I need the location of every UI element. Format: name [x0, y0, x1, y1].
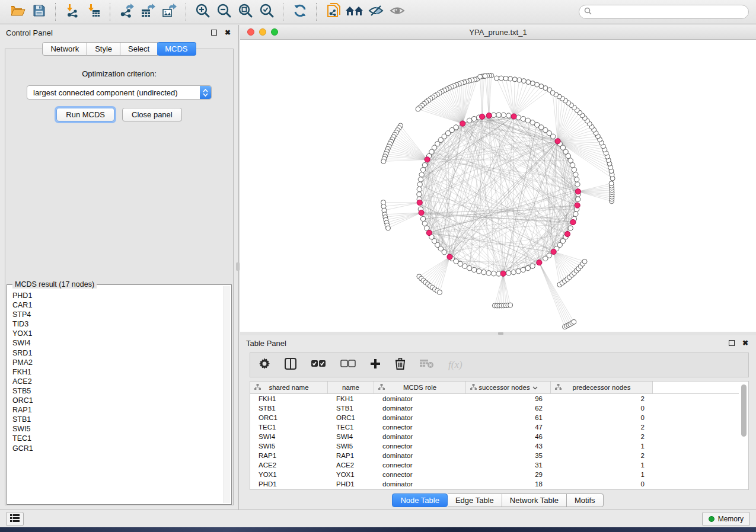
zoom-in-button[interactable]: [192, 2, 213, 21]
zoom-window-button[interactable]: [271, 28, 278, 36]
search-input[interactable]: [595, 7, 744, 17]
cell-shared-name: YOX1: [250, 471, 328, 478]
table-row[interactable]: RAP1RAP1dominator352: [250, 451, 748, 460]
tab-style[interactable]: Style: [87, 42, 120, 56]
column-type-icon: [470, 384, 477, 392]
mcds-result-list[interactable]: PHD1CAR1STP4TID3YOX1SWI4SRD1PMA2FKH1ACE2…: [7, 290, 224, 503]
mcds-result-item: CAR1: [12, 300, 224, 310]
table-row[interactable]: YOX1YOX1connector291: [250, 470, 748, 479]
table-row[interactable]: ACE2ACE2connector311: [250, 460, 748, 470]
optimization-select[interactable]: largest connected component (undirected): [27, 85, 212, 100]
column-header-shared-name[interactable]: shared name: [250, 382, 328, 393]
delete-table-button[interactable]: [420, 359, 434, 371]
zoom-selected-icon: [259, 3, 275, 21]
zoom-fit-button[interactable]: [235, 2, 256, 21]
checked-boxes-icon: [311, 360, 326, 370]
table-row[interactable]: ORC1ORC1dominator610: [250, 413, 748, 422]
save-session-button[interactable]: [28, 2, 50, 21]
function-builder-button[interactable]: f(x): [448, 359, 462, 371]
import-network-button[interactable]: [62, 2, 83, 21]
tab-edge-table[interactable]: Edge Table: [448, 493, 502, 507]
hide-selected-button[interactable]: [365, 2, 387, 21]
show-columns-button[interactable]: [285, 358, 296, 372]
float-table-panel-button[interactable]: [727, 338, 736, 348]
create-column-button[interactable]: [370, 358, 381, 371]
column-header-name[interactable]: name: [328, 382, 374, 393]
zoom-selected-button[interactable]: [256, 2, 277, 21]
unchecked-boxes-icon: [340, 360, 356, 370]
run-mcds-button[interactable]: Run MCDS: [56, 108, 114, 121]
cell-successor-nodes: 47: [466, 424, 551, 431]
table-row[interactable]: SWI5SWI5connector431: [250, 441, 748, 451]
table-scrollbar-thumb[interactable]: [741, 384, 747, 437]
import-table-icon: [87, 4, 101, 20]
column-header-predecessor-nodes[interactable]: predecessor nodes: [551, 382, 653, 393]
cell-name: TEC1: [328, 424, 374, 431]
search-field[interactable]: [579, 5, 749, 19]
network-view[interactable]: [240, 40, 756, 332]
open-folder-icon: [10, 4, 25, 20]
toolbar-separator: [316, 3, 317, 21]
table-scrollbar[interactable]: [739, 382, 748, 489]
mcds-dominator-node: [460, 121, 465, 126]
deselect-all-button[interactable]: [340, 360, 356, 370]
cell-name: STB1: [328, 405, 374, 412]
desktop-background: [0, 527, 756, 532]
tab-motifs[interactable]: Motifs: [567, 493, 604, 507]
select-all-button[interactable]: [311, 360, 326, 370]
network-node: [508, 303, 513, 307]
network-node: [501, 113, 506, 117]
tab-mcds[interactable]: MCDS: [157, 42, 196, 56]
network-node: [506, 113, 511, 118]
network-node: [517, 78, 522, 82]
mcds-result-item: TEC1: [12, 434, 224, 443]
mcds-result-scrollbar[interactable]: [224, 286, 230, 503]
refresh-layout-button[interactable]: [289, 2, 311, 21]
export-table-button[interactable]: [138, 2, 159, 21]
cell-MCDS-role: connector: [374, 443, 466, 450]
new-network-from-selection-button[interactable]: [323, 2, 344, 21]
table-settings-button[interactable]: [259, 358, 270, 372]
mcds-dominator-node: [555, 139, 560, 144]
table-row[interactable]: STB1STB1dominator620: [250, 403, 748, 413]
table-row[interactable]: SWI4SWI4dominator462: [250, 432, 748, 441]
delete-column-button[interactable]: [395, 358, 406, 372]
tab-node-table[interactable]: Node Table: [392, 493, 448, 507]
network-node: [438, 290, 442, 294]
column-label: shared name: [269, 384, 308, 391]
export-network-button[interactable]: [116, 2, 138, 21]
memory-button[interactable]: Memory: [702, 512, 750, 526]
close-panel-button[interactable]: ✖: [223, 28, 232, 37]
open-file-button[interactable]: [7, 2, 28, 21]
close-panel-button-2[interactable]: Close panel: [122, 108, 182, 121]
table-row[interactable]: FKH1FKH1dominator962: [250, 394, 748, 403]
close-table-panel-button[interactable]: ✖: [741, 338, 750, 348]
cell-successor-nodes: 62: [466, 405, 551, 412]
zoom-out-button[interactable]: [213, 2, 235, 21]
cell-name: SWI4: [328, 433, 374, 440]
tab-network[interactable]: Network: [42, 42, 87, 56]
task-history-button[interactable]: [6, 512, 24, 526]
float-panel-button[interactable]: [209, 28, 219, 37]
show-all-button[interactable]: [387, 2, 408, 21]
control-panel-titlebar: Control Panel ✖: [0, 25, 238, 40]
import-table-button[interactable]: [83, 2, 104, 21]
first-neighbors-button[interactable]: [344, 2, 365, 21]
column-header-successor-nodes[interactable]: successor nodes: [466, 382, 551, 393]
close-window-button[interactable]: [247, 28, 254, 36]
zoom-out-icon: [216, 3, 232, 21]
tab-select[interactable]: Select: [120, 42, 158, 56]
table-row[interactable]: TEC1TEC1connector472: [250, 422, 748, 432]
minimize-window-button[interactable]: [259, 28, 266, 36]
export-image-button[interactable]: [159, 2, 180, 21]
close-icon: ✖: [225, 29, 231, 36]
refresh-icon: [292, 3, 308, 21]
network-node: [417, 192, 422, 197]
first-neighbors-icon: [345, 4, 364, 20]
column-header-MCDS-role[interactable]: MCDS role: [374, 382, 466, 393]
network-canvas[interactable]: [240, 40, 756, 332]
vertical-split-handle[interactable]: [236, 262, 240, 271]
table-row[interactable]: PHD1PHD1dominator180: [250, 479, 748, 489]
cell-predecessor-nodes: 2: [551, 452, 653, 459]
tab-network-table[interactable]: Network Table: [502, 493, 567, 507]
